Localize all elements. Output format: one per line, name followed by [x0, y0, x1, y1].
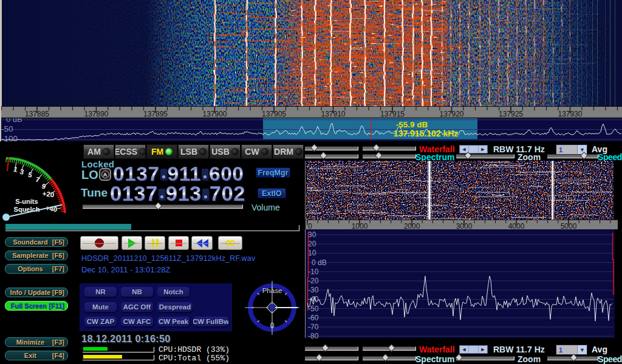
svg-text:-20: -20: [308, 277, 319, 285]
svg-text:20: 20: [308, 240, 316, 248]
svg-text:-70: -70: [308, 323, 319, 331]
svg-text:-80: -80: [308, 332, 319, 340]
svg-text:10: 10: [308, 249, 316, 257]
svg-text:1000: 1000: [352, 222, 368, 231]
svg-text:30: 30: [308, 231, 316, 239]
svg-text:-60: -60: [308, 314, 319, 322]
svg-text:5000: 5000: [561, 222, 577, 231]
svg-text:-40: -40: [308, 295, 319, 303]
svg-text:-10: -10: [308, 268, 319, 276]
svg-text:0: 0: [308, 222, 312, 231]
svg-text:2000: 2000: [404, 222, 420, 231]
svg-text:-30: -30: [308, 286, 319, 294]
svg-text:3000: 3000: [456, 222, 473, 231]
svg-text:0 dB: 0 dB: [312, 258, 327, 267]
svg-text:4000: 4000: [508, 222, 525, 231]
